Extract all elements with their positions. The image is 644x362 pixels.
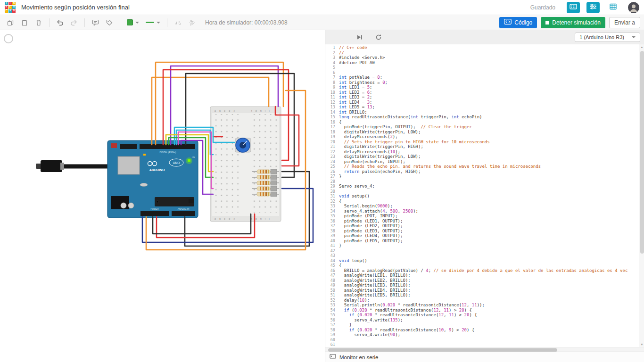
debugger-button[interactable] <box>355 31 365 43</box>
code-line[interactable]: 6 <box>325 70 639 75</box>
delete-button[interactable] <box>32 16 45 29</box>
vertical-scroll-thumb[interactable] <box>640 51 644 254</box>
code-line[interactable]: 48 analogWrite(LED2, BRILLO); <box>325 278 639 283</box>
tinkercad-logo[interactable]: TINKERCAD <box>5 2 16 13</box>
logo-cell: T <box>5 2 8 5</box>
paste-button[interactable] <box>18 16 31 29</box>
redo-button[interactable] <box>67 16 81 29</box>
code-line[interactable]: 39 pinMode (LED4, OUTPUT); <box>325 233 639 239</box>
code-line[interactable]: 27} <box>325 174 639 179</box>
code-line[interactable]: 9int LED1 = 5; <box>325 85 639 90</box>
code-line[interactable]: 49 analogWrite(LED3, BRILLO); <box>325 283 639 288</box>
code-line[interactable]: 1// C++ code <box>325 45 639 50</box>
code-line[interactable]: 18 digitalWrite(triggerPin, LOW); <box>325 130 639 135</box>
code-line[interactable]: 53 Serial.println(0.020 * readUltrasonic… <box>325 303 639 308</box>
code-line[interactable]: 31void setup() <box>325 194 639 199</box>
potentiometer[interactable] <box>235 138 251 152</box>
code-line[interactable]: 37 pinMode (LED2, OUTPUT); <box>325 223 639 229</box>
grid-view-button[interactable] <box>606 2 619 13</box>
code-line[interactable]: 8int brightness = 0; <box>325 80 639 85</box>
code-line[interactable]: 45{ <box>325 263 639 268</box>
code-line[interactable]: 24 pinMode(echoPin, INPUT); <box>325 159 639 165</box>
code-line[interactable]: 60 <box>325 337 639 343</box>
code-line[interactable]: 57 } <box>325 322 639 328</box>
flip-vertical-button[interactable] <box>185 16 198 29</box>
line-number: 41 <box>325 243 335 248</box>
vertical-scrollbar[interactable]: ▲ ▼ <box>639 44 644 347</box>
arduino-uno-board[interactable]: ARDUINO UNO ON DIGITAL (PWM~) POWER ANAL… <box>107 140 198 218</box>
restart-button[interactable] <box>373 31 384 43</box>
horizontal-scrollbar[interactable] <box>325 347 644 352</box>
undo-button[interactable] <box>53 16 66 29</box>
copy-button[interactable] <box>4 16 17 29</box>
code-line[interactable]: 16{ <box>325 120 639 125</box>
circuits-view-button[interactable] <box>567 2 580 13</box>
code-line[interactable]: 50 analogWrite(LED4, BRILLO); <box>325 288 639 293</box>
code-line[interactable]: 21 digitalWrite(triggerPin, HIGH); <box>325 144 639 149</box>
serial-monitor-bar[interactable]: Monitor en serie <box>325 352 644 362</box>
send-to-button[interactable]: Enviar a <box>609 17 640 28</box>
code-line[interactable]: 25 // Reads the echo pin, and returns th… <box>325 164 639 169</box>
board-selector-dropdown[interactable]: 1 (Arduino Uno R3) <box>575 33 640 42</box>
code-line[interactable]: 13int LED5 = 13; <box>325 105 639 110</box>
code-line[interactable]: 51 analogWrite(LED5, BRILLO); <box>325 293 639 298</box>
stop-simulation-button[interactable]: Detener simulación <box>541 17 605 28</box>
code-line[interactable]: 40 pinMode (LED5, OUTPUT); <box>325 239 639 244</box>
code-line[interactable]: 36 pinMode (LED1, OUTPUT); <box>325 219 639 224</box>
avatar[interactable] <box>628 2 639 13</box>
code-line[interactable]: 23 digitalWrite(triggerPin, LOW); <box>325 154 639 159</box>
code-line[interactable]: 58 if (0.020 * readUltrasonicDistance(10… <box>325 328 639 333</box>
code-line[interactable]: 11int LED3 = 2; <box>325 95 639 100</box>
code-line[interactable]: 38 pinMode (LED3, OUTPUT); <box>325 229 639 234</box>
code-line[interactable]: 19 delayMicroseconds(2); <box>325 134 639 140</box>
code-line[interactable]: 35 pinMode (POT, INPUT); <box>325 214 639 219</box>
code-line[interactable]: 34 servo_4.attach(4, 500, 2500); <box>325 209 639 214</box>
reset-button[interactable] <box>111 143 117 148</box>
zoom-to-fit-button[interactable] <box>4 34 13 43</box>
code-line[interactable]: 59 servo_4.write(90); <box>325 332 639 337</box>
circuit-canvas[interactable]: ARDUINO UNO ON DIGITAL (PWM~) POWER ANAL… <box>0 30 325 362</box>
code-line[interactable]: 61 <box>325 342 639 347</box>
code-line[interactable]: 55 if (0.020 * readUltrasonicDistance(12… <box>325 313 639 318</box>
code-line[interactable]: 4#define POT A0 <box>325 60 639 66</box>
code-line[interactable]: 15long readUltrasonicDistance(int trigge… <box>325 115 639 120</box>
flip-horizontal-button[interactable] <box>171 16 184 29</box>
code-line[interactable]: 42 <box>325 248 639 254</box>
code-line[interactable]: 29Servo servo_4; <box>325 184 639 189</box>
components-panel-button[interactable] <box>586 2 600 13</box>
scroll-up-arrow[interactable]: ▲ <box>639 44 644 49</box>
notes-button[interactable] <box>89 16 102 29</box>
code-line[interactable]: 20 // Sets the trigger pin to HIGH state… <box>325 140 639 145</box>
code-line[interactable]: 33 Serial.begin(9600); <box>325 204 639 209</box>
code-line[interactable]: 56 servo_4.write(135); <box>325 318 639 323</box>
code-line[interactable]: 2// <box>325 50 639 56</box>
scroll-down-arrow[interactable]: ▼ <box>639 342 644 347</box>
code-line[interactable]: 10int LED2 = 6; <box>325 90 639 95</box>
code-line[interactable]: 54 if (0.020 * readUltrasonicDistance(12… <box>325 308 639 313</box>
code-line[interactable]: 12int LED4 = 3; <box>325 100 639 105</box>
wire-style-dropdown[interactable] <box>143 16 163 29</box>
code-line[interactable]: 28 <box>325 179 639 184</box>
code-line[interactable]: 43 <box>325 253 639 258</box>
code-line[interactable]: 46 BRILLO = analogRead(potValue) / 4; //… <box>325 268 639 273</box>
document-title[interactable]: Movimiento según posición versión final <box>21 4 130 11</box>
code-button[interactable]: Código <box>499 17 537 28</box>
code-line[interactable]: 44void loop() <box>325 258 639 263</box>
code-line[interactable]: 47 analogWrite(LED1, BRILLO); <box>325 273 639 278</box>
breadboard[interactable]: a b c d e f g h i j a b c d e f g h i j <box>210 107 281 222</box>
label-button[interactable] <box>103 16 116 29</box>
color-dropdown[interactable] <box>124 16 142 29</box>
code-line[interactable]: 3#include <Servo.h> <box>325 55 639 60</box>
code-line[interactable]: 5 <box>325 65 639 70</box>
code-line[interactable]: 14int BRILLO; <box>325 110 639 115</box>
code-line[interactable]: 30 <box>325 189 639 194</box>
code-line[interactable]: 32{ <box>325 199 639 204</box>
code-line[interactable]: 17 pinMode(triggerPin, OUTPUT); // Clear… <box>325 124 639 130</box>
code-line[interactable]: 7int potValue = 0; <box>325 75 639 80</box>
code-line[interactable]: 52 delay(10); <box>325 298 639 303</box>
code-line[interactable]: 26 return pulseIn(echoPin, HIGH); <box>325 169 639 174</box>
horizontal-scroll-thumb[interactable] <box>328 348 557 352</box>
code-editor[interactable]: 1// C++ code2//3#include <Servo.h>4#defi… <box>325 44 644 347</box>
code-line[interactable]: 22 delayMicroseconds(10); <box>325 149 639 155</box>
code-line[interactable]: 41} <box>325 243 639 248</box>
